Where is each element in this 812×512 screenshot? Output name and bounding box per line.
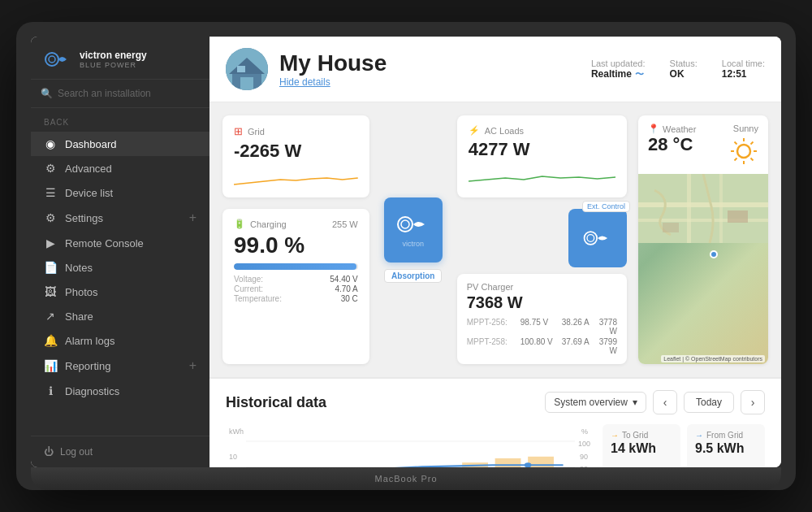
sidebar-item-reporting[interactable]: 📊 Reporting + [31, 353, 209, 379]
map-credit: Leaflet | © OpenStreetMap contributors [661, 355, 765, 362]
charging-watts: 255 W [332, 219, 358, 229]
settings-plus-icon[interactable]: + [189, 210, 197, 225]
from-grid-label: → From Grid [695, 431, 757, 440]
nav-label-device-list: Device list [65, 187, 113, 199]
search-input[interactable] [58, 88, 200, 99]
pv-stats: MPPT-256: 98.75 V 38.26 A 3778 W MPPT-25… [467, 317, 617, 356]
ac-loads-sparkline [469, 167, 615, 186]
sidebar-item-diagnostics[interactable]: ℹ Diagnostics [31, 379, 209, 403]
dashboard-grid: ⊞ Grid -2265 W [209, 102, 781, 377]
local-time-value: 12:51 [722, 68, 747, 80]
svg-rect-6 [237, 66, 245, 72]
sidebar-item-settings[interactable]: ⚙ Settings + [31, 205, 209, 231]
sun-icon [729, 137, 758, 166]
historical-controls: System overview ▾ ‹ Today › [545, 390, 765, 414]
ext-control-box: Ext. Control [568, 209, 627, 267]
sidebar-item-notes[interactable]: 📄 Notes [31, 255, 209, 280]
sidebar-item-dashboard[interactable]: ◉ Dashboard [31, 132, 209, 156]
sidebar-item-advanced[interactable]: ⚙ Advanced [31, 156, 209, 180]
svg-point-25 [585, 232, 598, 245]
notes-icon: 📄 [44, 261, 57, 274]
ac-icon: ⚡ [469, 125, 480, 136]
svg-line-14 [735, 142, 737, 145]
header-left: My House Hide details [226, 48, 387, 90]
reporting-plus-icon[interactable]: + [189, 358, 197, 373]
ac-loads-title: ⚡ AC Loads [469, 125, 615, 136]
weather-left: 📍 Weather 28 °C [648, 124, 696, 155]
grid-value: -2265 W [234, 141, 358, 162]
sidebar: victron energy BLUE POWER 🔍 BACK ◉ Dashb… [31, 37, 209, 467]
sidebar-item-remote-console[interactable]: ▶ Remote Console [31, 231, 209, 255]
historical-chart-svg [246, 424, 575, 467]
ext-control-badge: Ext. Control [582, 201, 630, 212]
diagnostics-icon: ℹ [44, 384, 57, 397]
main-header: My House Hide details Last updated: Real… [209, 37, 781, 102]
charging-percent: 99.0 % [234, 232, 358, 258]
to-grid-card: → To Grid 14 kWh [603, 424, 680, 467]
hide-details-link[interactable]: Hide details [279, 76, 387, 88]
grid-icon: ⊞ [234, 125, 243, 137]
search-bar[interactable]: 🔍 [31, 80, 209, 108]
next-nav-button[interactable]: › [741, 390, 765, 414]
nav-label-share: Share [65, 310, 93, 323]
mppt2-row: MPPT-258: 100.80 V 37.69 A 3799 W [467, 336, 617, 356]
nav-label-alarm-logs: Alarm logs [65, 335, 114, 347]
header-stats: Last updated: Realtime 〜 Status: OK Loca… [591, 59, 765, 80]
search-icon: 🔍 [41, 88, 53, 99]
mppt2-current: 37.69 A [562, 337, 594, 355]
inverter-box: victron [384, 197, 443, 263]
mppt1-current: 38.26 A [562, 318, 594, 336]
sidebar-item-alarm-logs[interactable]: 🔔 Alarm logs [31, 328, 209, 353]
svg-rect-21 [687, 174, 691, 243]
weather-title: 📍 Weather [648, 124, 696, 134]
pv-charger-card: PV Charger 7368 W MPPT-256: 98.75 V 38.2… [457, 274, 627, 364]
historical-body: kWh 10 7.5 5 % 100 90 80 70 60 50 [226, 424, 765, 467]
sidebar-item-share[interactable]: ↗ Share [31, 304, 209, 328]
svg-line-16 [751, 142, 754, 145]
page-title: My House [279, 50, 387, 76]
historical-title: Historical data [226, 394, 326, 411]
screen: victron energy BLUE POWER 🔍 BACK ◉ Dashb… [31, 37, 781, 467]
today-button[interactable]: Today [684, 392, 734, 413]
nav-label-advanced: Advanced [65, 163, 112, 175]
ac-loads-card: ⚡ AC Loads 4277 W [457, 115, 627, 197]
sidebar-item-device-list[interactable]: ☰ Device list [31, 180, 209, 205]
svg-line-15 [751, 158, 754, 161]
pv-charger-section: Ext. Control PV Charger 7368 W [457, 209, 627, 364]
main-content: My House Hide details Last updated: Real… [209, 37, 781, 467]
svg-rect-22 [719, 174, 723, 243]
weather-pin-icon: 📍 [648, 124, 659, 134]
status-badge: OK [670, 68, 685, 80]
sidebar-item-photos[interactable]: 🖼 Photos [31, 280, 209, 304]
voltage-label: Voltage: [234, 275, 303, 284]
mppt1-voltage: 98.75 V [520, 318, 557, 336]
grid-sparkline-chart [234, 168, 358, 188]
alarm-logs-icon: 🔔 [44, 334, 57, 347]
mppt2-voltage: 100.80 V [520, 337, 557, 355]
to-grid-label: → To Grid [611, 431, 672, 440]
ac-loads-value: 4277 W [469, 139, 615, 160]
from-grid-card: → From Grid 9.5 kWh [687, 424, 765, 467]
current-value: 4.70 A [309, 284, 358, 293]
from-grid-value: 9.5 kWh [695, 441, 757, 456]
nav-label-reporting: Reporting [65, 360, 110, 372]
reporting-icon: 📊 [44, 359, 57, 372]
logout-label: Log out [60, 446, 93, 458]
absorption-badge: Absorption [384, 269, 442, 283]
sidebar-nav: BACK ◉ Dashboard ⚙ Advanced ☰ Device lis… [31, 108, 209, 436]
voltage-value: 54.40 V [309, 275, 358, 284]
dropdown-value: System overview [554, 397, 628, 408]
system-overview-dropdown[interactable]: System overview ▾ [545, 392, 646, 413]
nav-back-label: BACK [31, 115, 209, 132]
laptop-frame: victron energy BLUE POWER 🔍 BACK ◉ Dashb… [16, 22, 796, 490]
svg-rect-24 [663, 223, 679, 232]
prev-nav-button[interactable]: ‹ [653, 390, 677, 414]
logout-button[interactable]: ⏻ Log out [31, 436, 209, 467]
weather-card: 📍 Weather 28 °C Sunny [638, 115, 768, 364]
svg-point-0 [45, 53, 58, 66]
laptop-model-label: MacBook Pro [374, 474, 437, 484]
svg-point-9 [737, 145, 750, 158]
weather-right: Sunny [729, 124, 758, 166]
last-updated-value: Realtime 〜 [591, 68, 644, 80]
status-stat: Status: OK [670, 59, 698, 80]
